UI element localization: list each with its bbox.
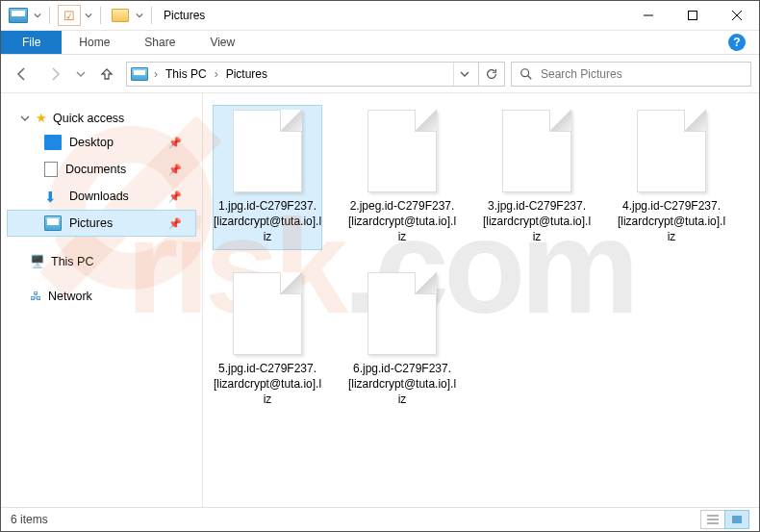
view-details-button[interactable] <box>700 510 725 529</box>
sidebar-label: Quick access <box>53 112 124 125</box>
qat-properties[interactable]: ☑ <box>58 5 81 26</box>
up-button[interactable] <box>93 61 120 88</box>
file-item[interactable]: 3.jpg.id-C279F237.[lizardcrypt@tuta.io].… <box>482 105 592 250</box>
svg-rect-2 <box>732 516 742 523</box>
file-icon <box>367 272 437 355</box>
sidebar-item-label: Documents <box>65 163 126 176</box>
file-item[interactable]: 4.jpg.id-C279F237.[lizardcrypt@tuta.io].… <box>617 105 726 250</box>
maximize-button[interactable] <box>671 1 715 30</box>
desktop-icon <box>44 135 62 150</box>
statusbar: 6 items <box>1 507 759 531</box>
back-button[interactable] <box>9 61 36 88</box>
pc-icon: 🖥️ <box>30 254 45 268</box>
sidebar-label: This PC <box>51 255 93 268</box>
file-icon <box>502 110 571 192</box>
search-placeholder: Search Pictures <box>541 67 622 81</box>
search-icon <box>519 67 533 81</box>
file-name: 2.jpeg.id-C279F237.[lizardcrypt@tuta.io]… <box>347 198 457 245</box>
close-button[interactable] <box>715 1 759 30</box>
sidebar-quick-access[interactable]: ★ Quick access <box>7 107 196 129</box>
sidebar-item-downloads[interactable]: ⬇Downloads📌 <box>7 183 196 210</box>
address-dropdown[interactable] <box>453 63 474 86</box>
chevron-right-icon[interactable]: › <box>213 67 220 81</box>
chevron-down-icon <box>20 114 30 123</box>
file-item[interactable]: 1.jpg.id-C279F237.[lizardcrypt@tuta.io].… <box>213 105 322 250</box>
pictures-icon <box>131 67 148 81</box>
chevron-down-icon[interactable] <box>34 12 41 19</box>
pin-icon: 📌 <box>168 164 182 176</box>
sidebar-item-desktop[interactable]: Desktop📌 <box>7 129 196 156</box>
minimize-button[interactable] <box>626 1 671 30</box>
file-name: 5.jpg.id-C279F237.[lizardcrypt@tuta.io].… <box>213 361 322 408</box>
file-icon <box>233 272 302 355</box>
breadcrumb-current[interactable]: Pictures <box>224 67 269 81</box>
file-item[interactable]: 2.jpeg.id-C279F237.[lizardcrypt@tuta.io]… <box>347 105 457 250</box>
view-large-icons-button[interactable] <box>724 510 749 529</box>
tab-view[interactable]: View <box>192 31 252 54</box>
file-item[interactable]: 5.jpg.id-C279F237.[lizardcrypt@tuta.io].… <box>213 267 322 413</box>
file-icon <box>367 110 437 192</box>
navbar: › This PC › Pictures Search Pictures <box>1 55 759 93</box>
file-item[interactable]: 6.jpg.id-C279F237.[lizardcrypt@tuta.io].… <box>347 267 457 413</box>
pin-icon: 📌 <box>168 217 182 230</box>
sidebar-item-pictures[interactable]: Pictures📌 <box>7 210 196 237</box>
refresh-button[interactable] <box>478 62 505 87</box>
status-text: 6 items <box>11 513 48 526</box>
file-view[interactable]: 1.jpg.id-C279F237.[lizardcrypt@tuta.io].… <box>203 93 759 507</box>
search-box[interactable]: Search Pictures <box>511 62 751 87</box>
forward-button[interactable] <box>41 61 68 88</box>
app-icon[interactable] <box>7 5 30 26</box>
recent-button[interactable] <box>74 61 88 88</box>
address-bar[interactable]: › This PC › Pictures <box>126 62 479 87</box>
titlebar: ☑ Pictures <box>1 1 759 31</box>
ribbon-tabs: File Home Share View ? <box>1 31 759 55</box>
svg-rect-0 <box>689 12 697 20</box>
tab-home[interactable]: Home <box>62 31 127 54</box>
sidebar-this-pc[interactable]: 🖥️ This PC <box>7 250 196 272</box>
file-name: 1.jpg.id-C279F237.[lizardcrypt@tuta.io].… <box>213 198 322 245</box>
svg-point-1 <box>521 68 529 76</box>
sidebar-label: Network <box>48 290 92 303</box>
network-icon: 🖧 <box>30 290 42 303</box>
file-icon <box>233 110 302 192</box>
sidebar-network[interactable]: 🖧 Network <box>7 286 196 307</box>
sidebar: ★ Quick access Desktop📌Documents📌⬇Downlo… <box>1 93 203 507</box>
pictures-icon <box>44 215 62 231</box>
sidebar-item-label: Desktop <box>69 136 114 149</box>
chevron-down-icon[interactable] <box>85 12 92 19</box>
document-icon <box>44 162 58 177</box>
chevron-right-icon[interactable]: › <box>152 67 160 81</box>
file-icon <box>637 110 706 192</box>
file-name: 6.jpg.id-C279F237.[lizardcrypt@tuta.io].… <box>347 361 457 408</box>
pin-icon: 📌 <box>168 137 182 149</box>
help-button[interactable]: ? <box>728 31 746 54</box>
folder-icon <box>109 5 132 26</box>
download-icon: ⬇ <box>44 189 62 204</box>
tab-share[interactable]: Share <box>127 31 192 54</box>
sidebar-item-documents[interactable]: Documents📌 <box>7 156 196 183</box>
sidebar-item-label: Downloads <box>69 190 129 203</box>
breadcrumb-root[interactable]: This PC <box>164 67 209 81</box>
tab-file[interactable]: File <box>1 31 62 54</box>
window-title: Pictures <box>164 9 205 22</box>
chevron-down-icon[interactable] <box>136 12 143 19</box>
file-name: 3.jpg.id-C279F237.[lizardcrypt@tuta.io].… <box>482 198 592 245</box>
star-icon: ★ <box>36 111 47 125</box>
pin-icon: 📌 <box>168 190 182 203</box>
file-name: 4.jpg.id-C279F237.[lizardcrypt@tuta.io].… <box>617 198 726 245</box>
sidebar-item-label: Pictures <box>69 216 113 230</box>
